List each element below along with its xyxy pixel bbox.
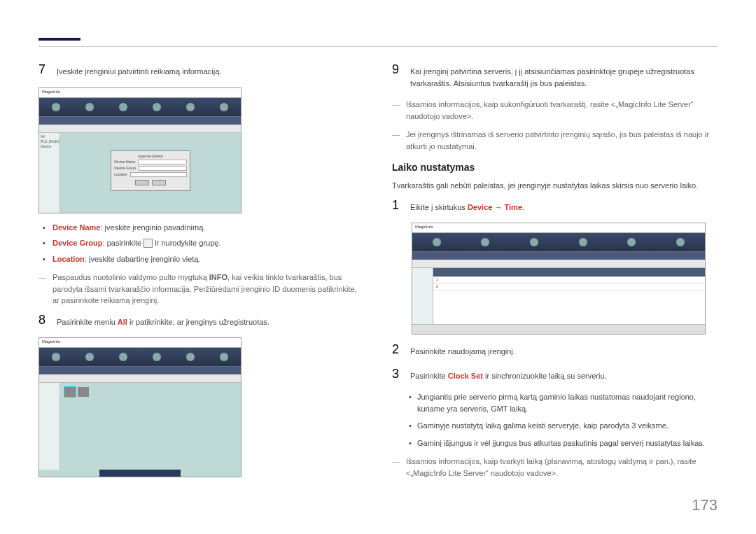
time-intro: Tvarkaraštis gali nebūti paleistas, jei … [392,180,718,192]
ellipsis-button-icon [144,239,153,248]
left-column: 7 Įveskite įrenginiui patvirtinti reikia… [38,63,364,486]
screenshot-device-list: MagicInfo [38,337,241,477]
text-device-name: : įveskite įrenginio pavadinimą. [101,223,206,232]
ss-sidebar: All PLS_BASIC Device [39,133,60,213]
right-column: 9 Kai įrenginį patvirtina serveris, į jį… [392,63,718,486]
ss-toolbar [39,374,241,383]
ss-nav-icon [433,238,441,246]
ss-nav-icon [481,238,489,246]
step3-b: ir sinchronizuokite laiką su serveriu. [483,372,607,380]
step1-a: Eikite į skirtukus [410,203,468,211]
sub-bullet-gmt: Jungiantis prie serverio pirmą kartą gam… [392,391,718,414]
ss-nav-icon [676,238,685,246]
step1-bold2: Time [505,203,522,211]
ss-brand: MagicInfo [39,88,241,98]
step-2-text: Pasirinkite naudojamą įrenginį. [410,343,515,358]
ss-toolbar [39,125,241,133]
step1-end: . [522,203,524,211]
ss-side-item: PLS_BASIC [41,139,58,144]
ss-nav-icon [220,103,228,111]
header-divider [38,46,718,47]
step-number-1: 1 [392,199,402,213]
ss-dialog-input [130,172,187,177]
ss-dialog: Approve Device Device Name Device Group … [111,150,190,191]
label-device-name: Device Name [52,223,101,232]
step-number-3: 3 [392,367,402,382]
ss-nav-icon [119,103,127,111]
step-9-text: Kai įrenginį patvirtina serveris, į jį a… [410,63,718,89]
ss-footer [412,324,705,334]
note-info-button: Paspaudus nuotolinio valdymo pulto mygtu… [38,272,364,307]
ss-side-item: All [41,134,58,139]
bullet-device-name: Device Name: įveskite įrenginio pavadini… [38,222,364,234]
ss-brand: MagicInfo [412,223,705,233]
ss-nav-icon [85,353,94,361]
ss-nav-icon [52,103,60,111]
step8-b: ir patikrinkite, ar įrenginys užregistru… [127,318,270,326]
ss-dialog-label: Device Group [114,166,136,170]
ss-side-item: Device [41,144,58,149]
ss-thumb-selected [64,387,76,397]
screenshot-time-tab: MagicInfo 1 2 [412,223,706,335]
ss-dialog-button [152,180,166,185]
step8-bold: All [118,318,127,326]
ss-dialog-label: Location [114,172,127,176]
step-3-text: Pasirinkite Clock Set ir sinchronizuokit… [410,367,607,382]
step1-bold1: Device [468,203,492,211]
step-number-2: 2 [392,343,402,358]
ss-tabs [39,366,241,374]
sub-bullet-restore: Gaminį išjungus ir vėl įjungus bus atkur… [392,437,718,449]
step3-a: Pasirinkite [410,372,448,380]
ss-table-header [433,268,705,276]
ss-nav-icon [220,353,228,361]
ss-tabs [412,251,705,260]
screenshot-approve-dialog: MagicInfo All PLS_BASIC Device [38,87,241,213]
ss-nav-icon [85,103,94,111]
ss-toolbar [412,260,705,268]
text-device-group-a: : pasirinkite [103,239,144,247]
heading-time-setting: Laiko nustatymas [392,162,718,173]
step-7-text: Įveskite įrenginiui patvirtinti reikiamą… [57,63,221,78]
ss-thumb [78,387,89,397]
ss-bottombar [99,470,180,477]
step-number-9: 9 [392,63,402,89]
step-number-7: 7 [38,63,48,78]
step-8-text: Pasirinkite meniu All ir patikrinkite, a… [57,314,270,328]
header-accent [38,38,80,41]
ss-table-row: 1 [433,276,705,283]
ss-brand: MagicInfo [39,338,241,348]
text-location: : įveskite dabartinę įrenginio vietą. [85,255,201,263]
ss-nav-icon [579,238,587,246]
bullet-location: Location: įveskite dabartinę įrenginio v… [38,253,364,265]
note-time-guide: Išsamios informacijos, kaip tvarkyti lai… [392,456,718,479]
ss-nav-icon [186,103,195,111]
ss-nav-icon [153,103,161,111]
ss-nav-icon [52,353,60,361]
step-1-text: Eikite į skirtukus Device → Time. [410,199,524,213]
text-device-group-b: ir nurodykite grupę. [153,239,220,247]
dash1-bold: INFO [209,273,227,281]
note-device-removed: Jei įrenginys ištrinamas iš serverio pat… [392,129,718,152]
page-number: 173 [692,496,718,514]
ss-dialog-input [139,166,187,171]
ss-dialog-title: Approve Device [114,154,187,158]
ss-sidebar [39,383,60,470]
ss-nav-icon [153,353,161,361]
step3-bold: Clock Set [448,372,483,380]
label-location: Location [52,255,85,263]
ss-dialog-input [138,160,187,164]
ss-dialog-label: Device Name [114,160,135,164]
label-device-group: Device Group [52,239,103,247]
step-number-8: 8 [38,314,48,328]
step1-arrow: → [492,203,504,211]
step8-a: Pasirinkite meniu [57,318,118,326]
ss-nav-icon [186,353,195,361]
ss-table-row: 2 [433,283,705,290]
ss-nav-icon [627,238,636,246]
sub-bullet-change: Gaminyje nustatytą laiką galima keisti s… [392,420,718,432]
ss-nav-icon [530,238,538,246]
note-schedule-guide: Išsamios informacijos, kaip sukonfigūruo… [392,99,718,122]
ss-dialog-button [135,180,149,185]
ss-nav-icon [119,353,127,361]
bullet-device-group: Device Group: pasirinkite ir nurodykite … [38,237,364,249]
